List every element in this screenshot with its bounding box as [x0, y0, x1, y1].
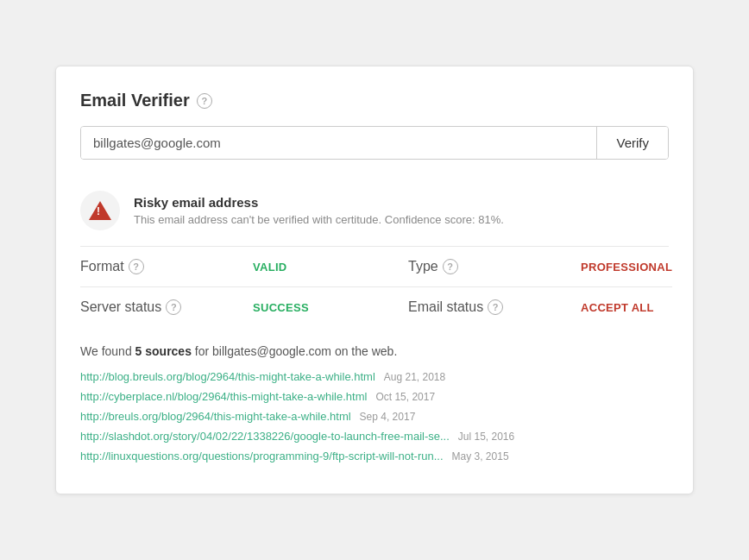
- source-item: http://blog.breuls.org/blog/2964/this-mi…: [80, 370, 669, 383]
- email-input[interactable]: [81, 127, 596, 159]
- sources-list: http://blog.breuls.org/blog/2964/this-mi…: [80, 370, 669, 462]
- stat-cell-email-label: Email status ? ACCEPT ALL: [408, 287, 672, 327]
- source-link[interactable]: http://slashdot.org/story/04/02/22/13382…: [80, 430, 450, 443]
- source-link[interactable]: http://breuls.org/blog/2964/this-might-t…: [80, 410, 351, 423]
- help-icon[interactable]: ?: [197, 93, 212, 109]
- stat-cell-format-label: Format ? VALID: [80, 247, 408, 287]
- alert-row: Risky email address This email address c…: [80, 179, 669, 247]
- format-label: Format ?: [80, 259, 253, 274]
- source-date: Oct 15, 2017: [375, 391, 435, 403]
- email-status-value: ACCEPT ALL: [581, 301, 654, 314]
- input-row: Verify: [80, 126, 669, 160]
- source-link[interactable]: http://blog.breuls.org/blog/2964/this-mi…: [80, 370, 375, 383]
- email-status-help-icon[interactable]: ?: [488, 299, 503, 315]
- source-item: http://cyberplace.nl/blog/2964/this-migh…: [80, 390, 669, 403]
- source-item: http://slashdot.org/story/04/02/22/13382…: [80, 430, 669, 443]
- server-status-value: SUCCESS: [253, 301, 391, 314]
- source-date: Jul 15, 2016: [458, 431, 514, 443]
- source-item: http://linuxquestions.org/questions/prog…: [80, 450, 669, 462]
- stats-grid: Format ? VALID Type ? PROFESSIONAL Serve…: [80, 247, 669, 327]
- server-status-label: Server status ?: [80, 299, 253, 315]
- sources-section: We found 5 sources for billgates@google.…: [80, 327, 669, 462]
- source-link[interactable]: http://cyberplace.nl/blog/2964/this-migh…: [80, 390, 367, 403]
- warning-icon: [89, 201, 111, 220]
- source-date: Aug 21, 2018: [384, 371, 445, 383]
- email-status-label: Email status ?: [408, 299, 581, 315]
- source-date: Sep 4, 2017: [360, 411, 416, 423]
- source-date: May 3, 2015: [452, 450, 509, 462]
- alert-title: Risky email address: [134, 195, 504, 210]
- alert-icon-circle: [80, 191, 120, 230]
- source-item: http://breuls.org/blog/2964/this-might-t…: [80, 410, 669, 423]
- type-label: Type ?: [408, 259, 581, 274]
- server-help-icon[interactable]: ?: [166, 299, 181, 315]
- format-help-icon[interactable]: ?: [129, 259, 144, 274]
- stat-cell-type-label: Type ? PROFESSIONAL: [408, 247, 672, 287]
- type-help-icon[interactable]: ?: [443, 259, 458, 274]
- stat-cell-server-label: Server status ? SUCCESS: [80, 287, 408, 327]
- card-title-row: Email Verifier ?: [80, 91, 669, 110]
- source-link[interactable]: http://linuxquestions.org/questions/prog…: [80, 450, 444, 462]
- verify-button[interactable]: Verify: [596, 127, 668, 159]
- sources-intro: We found 5 sources for billgates@google.…: [80, 344, 669, 358]
- email-verifier-card: Email Verifier ? Verify Risky email addr…: [55, 66, 694, 494]
- card-title: Email Verifier: [80, 91, 190, 110]
- alert-subtitle: This email address can't be verified wit…: [134, 213, 504, 226]
- sources-count: 5 sources: [135, 344, 192, 358]
- alert-text-block: Risky email address This email address c…: [134, 195, 504, 226]
- type-value: PROFESSIONAL: [581, 261, 672, 274]
- format-value: VALID: [253, 261, 391, 274]
